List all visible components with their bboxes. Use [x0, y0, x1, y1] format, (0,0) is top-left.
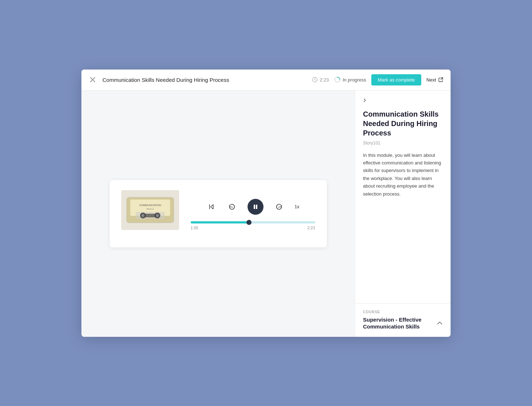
- progress-track[interactable]: [191, 221, 315, 223]
- close-button[interactable]: [89, 76, 97, 84]
- progress-fill: [191, 221, 249, 223]
- lesson-description: In this module, you will learn about eff…: [363, 151, 443, 198]
- external-link-icon: [438, 77, 443, 82]
- pause-button[interactable]: [248, 199, 263, 215]
- speed-button[interactable]: 1x: [295, 204, 300, 209]
- collapse-button[interactable]: [437, 320, 443, 326]
- right-top: Communication Skills Needed During Hirin…: [355, 91, 451, 303]
- skip-start-icon: [208, 203, 215, 210]
- svg-rect-13: [254, 205, 255, 209]
- skip-start-button[interactable]: [206, 202, 216, 212]
- current-time: 1:05: [191, 226, 198, 230]
- progress-bar-container: 1:05 2:23: [191, 221, 315, 230]
- header-title: Communication Skills Needed During Hirin…: [102, 77, 312, 83]
- rewind-icon: 10: [228, 203, 236, 211]
- svg-text:10: 10: [231, 206, 233, 208]
- svg-text:SKILLS: SKILLS: [146, 208, 153, 210]
- modal-body: COMMUNICATION SKILLS: [81, 91, 451, 337]
- modal-container: Communication Skills Needed During Hirin…: [81, 70, 451, 337]
- course-title: Supervision - Effective Communication Sk…: [363, 316, 437, 330]
- course-title-row: Supervision - Effective Communication Sk…: [363, 316, 443, 330]
- chevron-button[interactable]: [363, 98, 367, 104]
- status-text: In progress: [343, 77, 366, 83]
- progress-thumb: [246, 220, 252, 225]
- chevron-up-icon: [437, 321, 443, 325]
- forward-icon: 10: [275, 203, 283, 211]
- timer-badge: 2:23: [312, 77, 329, 83]
- pause-icon: [253, 204, 258, 210]
- svg-point-6: [142, 214, 144, 217]
- audio-player: COMMUNICATION SKILLS: [110, 180, 327, 247]
- time-labels: 1:05 2:23: [191, 226, 315, 230]
- cassette-thumbnail: COMMUNICATION SKILLS: [121, 190, 179, 230]
- clock-icon: [312, 77, 318, 83]
- svg-rect-14: [256, 205, 257, 209]
- forward-button[interactable]: 10: [274, 201, 284, 212]
- cassette-illustration: COMMUNICATION SKILLS: [125, 194, 176, 226]
- right-bottom: COURSE Supervision - Effective Communica…: [355, 303, 451, 337]
- story-tag: Story101: [363, 141, 443, 146]
- next-label: Next: [426, 77, 436, 83]
- next-button[interactable]: Next: [426, 77, 443, 83]
- course-label: COURSE: [363, 310, 443, 314]
- timer-value: 2:23: [320, 77, 329, 83]
- close-icon: [90, 77, 95, 82]
- progress-icon: [334, 76, 341, 83]
- mark-complete-button[interactable]: Mark as complete: [371, 74, 422, 85]
- lesson-title: Communication Skills Needed During Hirin…: [363, 109, 443, 138]
- rewind-button[interactable]: 10: [227, 201, 237, 212]
- svg-point-8: [156, 214, 159, 217]
- controls-area: 10: [191, 199, 315, 230]
- modal-header: Communication Skills Needed During Hirin…: [81, 70, 451, 91]
- svg-rect-9: [145, 214, 156, 217]
- svg-text:COMMUNICATION: COMMUNICATION: [139, 204, 161, 206]
- cassette-container: COMMUNICATION SKILLS: [121, 190, 315, 239]
- right-panel: Communication Skills Needed During Hirin…: [355, 91, 451, 337]
- total-time: 2:23: [307, 226, 315, 230]
- player-controls: 10: [191, 199, 315, 215]
- header-controls: 2:23 In progress Mark as complete Next: [312, 74, 443, 85]
- left-panel: COMMUNICATION SKILLS: [81, 91, 355, 337]
- svg-text:10: 10: [278, 206, 280, 208]
- status-badge: In progress: [334, 76, 366, 83]
- chevron-right-icon: [363, 98, 367, 103]
